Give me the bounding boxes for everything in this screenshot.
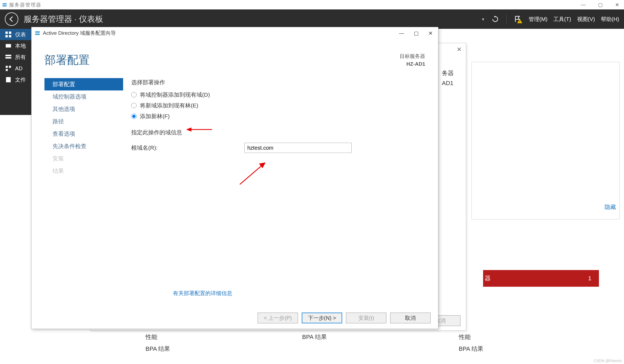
- window-controls: — ▢ ✕: [581, 2, 622, 8]
- radio2-input[interactable]: [131, 103, 137, 108]
- maximize-button[interactable]: ▢: [598, 2, 603, 8]
- file-icon: [5, 76, 12, 83]
- wizard-dialog: Active Directory 域服务配置向导 — ▢ ✕ 部署配置 目标服务…: [31, 27, 438, 329]
- wizard-icon: [35, 30, 40, 36]
- more-info-link[interactable]: 有关部署配置的详细信息: [173, 290, 232, 297]
- svg-rect-11: [6, 66, 8, 68]
- wizard-nav-install: 安装: [44, 152, 123, 165]
- peek-bpa-3: BPA 结果: [459, 343, 483, 355]
- refresh-button[interactable]: [490, 14, 500, 24]
- svg-rect-3: [519, 22, 520, 23]
- peek-perf-3: 性能: [459, 331, 483, 343]
- svg-rect-0: [3, 3, 7, 5]
- wizard-close-button[interactable]: ✕: [428, 30, 433, 36]
- svg-rect-1: [3, 5, 7, 6]
- wizard-maximize-button[interactable]: ▢: [414, 30, 419, 36]
- svg-rect-2: [519, 20, 520, 22]
- sub-dialog-close-icon[interactable]: ✕: [457, 46, 462, 53]
- menu-manage[interactable]: 管理(M): [529, 16, 547, 23]
- radio-new-forest[interactable]: 添加新林(F): [131, 113, 427, 120]
- peek-perf-1: 性能: [145, 331, 170, 343]
- wizard-nav-dc-options[interactable]: 域控制器选项: [44, 90, 123, 103]
- minimize-button[interactable]: —: [581, 2, 586, 8]
- arrow-annotation-1: [186, 125, 213, 135]
- info-peek: 务器 AD1: [442, 69, 454, 89]
- app-title: 服务器管理器: [9, 2, 41, 8]
- root-domain-label: 根域名(R):: [131, 144, 239, 152]
- svg-rect-9: [5, 55, 11, 56]
- back-button[interactable]: [5, 12, 18, 26]
- breadcrumb: 服务器管理器 · 仪表板: [24, 14, 103, 25]
- bg-panel-right: [472, 62, 620, 219]
- wizard-prev-button[interactable]: < 上一步(P): [258, 313, 298, 323]
- alert-bar[interactable]: 器 1: [483, 270, 599, 287]
- wizard-nav-result: 结果: [44, 165, 123, 177]
- wizard-next-button[interactable]: 下一步(N) >: [302, 313, 342, 323]
- svg-rect-14: [6, 77, 11, 82]
- svg-rect-6: [5, 35, 8, 37]
- menu-tools[interactable]: 工具(T): [553, 16, 571, 23]
- watermark: CSDN @Patonis: [594, 359, 622, 363]
- wizard-nav-other[interactable]: 其他选项: [44, 103, 123, 115]
- wizard-nav-prereq[interactable]: 先决条件检查: [44, 140, 123, 152]
- wizard-content: 选择部署操作 将域控制器添加到现有域(D) 将新域添加到现有林(E) 添加新林(…: [123, 73, 438, 177]
- root-domain-input[interactable]: [244, 143, 352, 153]
- ad-icon: [5, 65, 12, 72]
- wizard-titlebar: Active Directory 域服务配置向导 — ▢ ✕: [32, 27, 438, 39]
- svg-line-19: [240, 165, 263, 184]
- operation-label: 选择部署操作: [131, 79, 427, 86]
- flag-notifications-icon[interactable]: [512, 14, 523, 24]
- wizard-nav: 部署配置 域控制器选项 其他选项 路径 查看选项 先决条件检查 安装 结果: [32, 73, 123, 177]
- alert-count: 1: [588, 275, 591, 282]
- svg-rect-15: [35, 31, 40, 33]
- nav-local-label: 本地: [15, 42, 26, 50]
- wizard-nav-review[interactable]: 查看选项: [44, 128, 123, 140]
- alert-icon: 器: [485, 274, 491, 282]
- domain-info-label: 指定此操作的域信息: [131, 129, 427, 136]
- svg-rect-16: [35, 34, 40, 35]
- peek-bpa-1: BPA 结果: [145, 343, 170, 355]
- svg-rect-8: [6, 44, 11, 48]
- menu-help[interactable]: 帮助(H): [601, 16, 619, 23]
- wizard-cancel-button[interactable]: 取消: [390, 313, 431, 323]
- close-button[interactable]: ✕: [615, 2, 619, 8]
- arrow-annotation-2: [237, 162, 267, 187]
- radio-add-to-existing-forest[interactable]: 将新域添加到现有林(E): [131, 102, 427, 109]
- radio3-input[interactable]: [131, 114, 137, 119]
- wizard-nav-deploy[interactable]: 部署配置: [44, 78, 123, 90]
- dashboard-icon: [5, 31, 12, 38]
- svg-rect-10: [5, 57, 11, 58]
- wizard-nav-path[interactable]: 路径: [44, 115, 123, 128]
- svg-rect-7: [9, 35, 11, 37]
- server-icon: [5, 42, 12, 49]
- svg-rect-5: [9, 32, 11, 34]
- nav-dashboard-label: 仪表: [15, 31, 26, 38]
- svg-rect-4: [5, 32, 8, 34]
- app-titlebar: 服务器管理器 — ▢ ✕: [0, 0, 624, 9]
- servers-icon: [5, 54, 12, 61]
- wizard-page-title: 部署配置: [44, 52, 90, 68]
- hide-link[interactable]: 隐藏: [605, 203, 616, 211]
- wizard-title-text: Active Directory 域服务配置向导: [43, 30, 116, 37]
- nav-file-label: 文件: [15, 76, 26, 83]
- radio-add-to-existing-domain[interactable]: 将域控制器添加到现有域(D): [131, 91, 427, 99]
- bpa-peek-row: 性能 BPA 结果 BPA 结果 性能 BPA 结果: [145, 331, 483, 355]
- server-manager-icon: [2, 2, 7, 7]
- svg-rect-12: [9, 66, 11, 68]
- menu-view[interactable]: 视图(V): [577, 16, 595, 23]
- wizard-minimize-button[interactable]: —: [399, 30, 404, 36]
- radio1-input[interactable]: [131, 92, 137, 97]
- nav-ad-label: AD: [15, 65, 23, 72]
- svg-rect-13: [6, 69, 8, 71]
- wizard-install-button[interactable]: 安装(I): [346, 313, 386, 323]
- header-bar: 服务器管理器 · 仪表板 ▾ 管理(M) 工具(T) 视图(V) 帮助(H): [0, 9, 624, 29]
- peek-bpa-2: BPA 结果: [302, 331, 327, 343]
- target-server-info: 目标服务器 HZ-AD1: [400, 52, 425, 68]
- nav-all-label: 所有: [15, 54, 26, 61]
- svg-marker-18: [186, 128, 191, 131]
